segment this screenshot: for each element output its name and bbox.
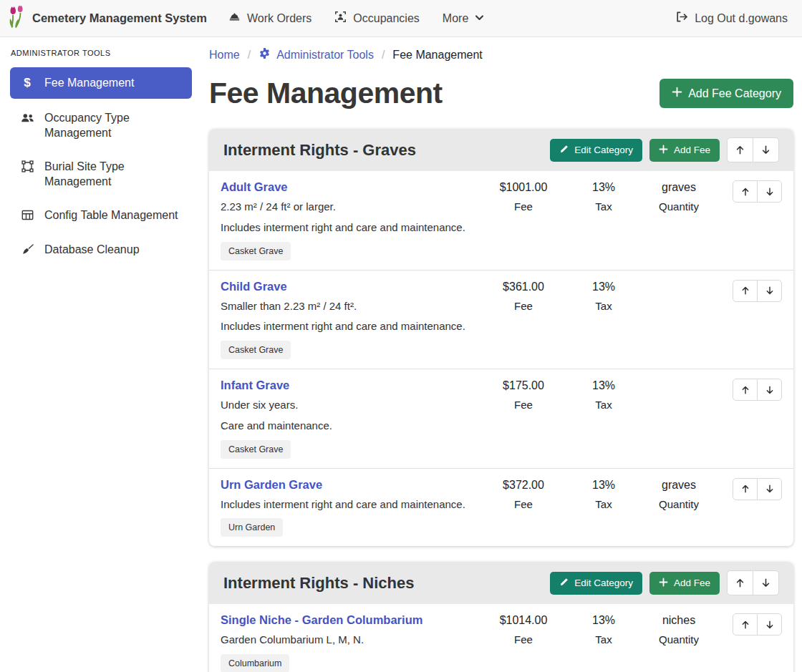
move-category-up-button[interactable]: [727, 570, 753, 595]
fee-tax-column: 13% Tax: [571, 280, 637, 312]
fee-amount-column: $175.00 Fee: [476, 379, 571, 411]
add-fee-button[interactable]: Add Fee: [649, 139, 720, 162]
fee-main: Urn Garden Grave Includes interment righ…: [221, 478, 476, 540]
category-actions: Edit Category Add Fee: [550, 570, 779, 595]
users-icon: [19, 112, 35, 124]
fee-name-link[interactable]: Infant Grave: [221, 379, 472, 392]
fee-name-link[interactable]: Adult Grave: [221, 180, 472, 194]
chevron-down-icon: [475, 12, 484, 25]
move-category-up-button[interactable]: [727, 137, 753, 162]
breadcrumb-admin-tools[interactable]: Administrator Tools: [259, 47, 374, 62]
vector-square-icon: [19, 160, 35, 172]
breadcrumb-separator: /: [382, 49, 385, 62]
fee-type-badge: Casket Grave: [221, 242, 291, 260]
pencil-icon: [559, 145, 569, 156]
nav-more-label: More: [443, 12, 468, 25]
edit-category-label: Edit Category: [574, 578, 633, 588]
page-title: Fee Management: [209, 77, 443, 110]
move-fee-down-button[interactable]: [757, 613, 782, 636]
edit-category-button[interactable]: Edit Category: [550, 139, 642, 162]
main-content: Home / Administrator Tools / Fee Managem…: [200, 37, 802, 672]
fee-quantity-column: graves Quantity: [637, 478, 721, 510]
logout-link[interactable]: Log Out d.gowans: [675, 11, 788, 26]
move-fee-down-button[interactable]: [757, 478, 782, 500]
fee-amount-label: Fee: [476, 200, 571, 213]
breadcrumb-separator: /: [248, 49, 251, 62]
category-title: Interment Rights - Graves: [223, 141, 416, 160]
fee-amount: $361.00: [476, 281, 571, 293]
fee-quantity: niches: [637, 614, 721, 627]
edit-category-label: Edit Category: [574, 145, 633, 155]
fee-tax-label: Tax: [571, 200, 637, 213]
sidebar-item-label: Burial Site Type Management: [44, 160, 183, 189]
fee-tax: 13%: [571, 181, 637, 194]
fee-main: Adult Grave 2.23 m² / 24 ft² or larger. …: [221, 180, 476, 263]
move-fee-down-button[interactable]: [757, 379, 782, 401]
fee-quantity-label: Quantity: [637, 498, 721, 510]
fee-reorder-group: [733, 478, 782, 500]
fee-name-link[interactable]: Urn Garden Grave: [221, 478, 472, 492]
move-category-down-button[interactable]: [753, 570, 779, 595]
app-brand[interactable]: Cemetery Management System: [9, 5, 207, 31]
fee-description: Under six years.: [221, 397, 472, 413]
sidebar-item-database-cleanup[interactable]: Database Cleanup: [10, 235, 192, 264]
fee-tax: 13%: [571, 281, 637, 293]
fee-name-link[interactable]: Child Grave: [221, 280, 472, 293]
sidebar-item-occupancy-type-management[interactable]: Occupancy Type Management: [10, 104, 192, 147]
move-fee-up-button[interactable]: [733, 613, 758, 636]
fee-description: Includes interment right and care and ma…: [221, 318, 472, 334]
move-fee-down-button[interactable]: [757, 180, 782, 203]
fee-description: Smaller than 2.23 m² / 24 ft².: [221, 298, 472, 314]
fee-quantity-label: Quantity: [637, 200, 721, 213]
sidebar-item-fee-management[interactable]: $ Fee Management: [10, 67, 192, 99]
sidebar-item-config-table-management[interactable]: Config Table Management: [10, 201, 192, 230]
fee-main: Infant Grave Under six years. Care and m…: [221, 379, 476, 462]
move-fee-up-button[interactable]: [733, 280, 758, 302]
logout-label: Log Out d.gowans: [695, 12, 788, 25]
pencil-icon: [559, 578, 569, 589]
add-fee-button[interactable]: Add Fee: [649, 572, 720, 595]
fee-amount: $372.00: [476, 479, 571, 492]
fee-amount-column: $372.00 Fee: [476, 478, 571, 510]
fee-amount-column: $1014.00 Fee: [476, 613, 571, 646]
breadcrumb-home[interactable]: Home: [209, 49, 240, 62]
nav-more[interactable]: More: [443, 12, 484, 25]
fee-row-urn-garden-grave: Urn Garden Grave Includes interment righ…: [209, 469, 793, 547]
move-fee-up-button[interactable]: [733, 180, 758, 203]
move-category-down-button[interactable]: [753, 137, 779, 162]
category-actions: Edit Category Add Fee: [550, 137, 779, 162]
fee-reorder-group: [733, 379, 782, 401]
sidebar-item-burial-site-type-management[interactable]: Burial Site Type Management: [10, 152, 192, 196]
breadcrumb: Home / Administrator Tools / Fee Managem…: [209, 47, 793, 62]
fee-row-child-grave: Child Grave Smaller than 2.23 m² / 24 ft…: [209, 271, 793, 370]
gear-icon: [259, 47, 271, 62]
breadcrumb-current: Fee Management: [392, 49, 482, 62]
fee-amount-label: Fee: [476, 300, 571, 312]
plus-icon: [659, 145, 668, 156]
fee-main: Single Niche - Garden Columbarium Garden…: [221, 613, 476, 672]
broom-icon: [19, 243, 35, 255]
category-header: Interment Rights - Niches Edit Category …: [209, 562, 793, 604]
fee-tax-label: Tax: [571, 300, 637, 312]
fee-tax: 13%: [571, 479, 637, 492]
move-fee-up-button[interactable]: [733, 379, 758, 401]
fee-type-badge: Casket Grave: [221, 341, 291, 359]
fee-quantity: graves: [637, 479, 721, 492]
move-fee-down-button[interactable]: [757, 280, 782, 302]
fee-name-link[interactable]: Single Niche - Garden Columbarium: [221, 613, 472, 627]
fee-type-badge: Casket Grave: [221, 440, 291, 459]
sidebar-item-label: Fee Management: [44, 76, 134, 90]
sidebar-item-label: Occupancy Type Management: [44, 111, 183, 140]
nav-occupancies[interactable]: Occupancies: [334, 11, 420, 26]
nav-work-orders-label: Work Orders: [247, 12, 311, 25]
nav-work-orders[interactable]: Work Orders: [228, 11, 311, 26]
logout-icon: [675, 11, 687, 26]
fee-description: 2.23 m² / 24 ft² or larger.: [221, 199, 472, 215]
move-fee-up-button[interactable]: [733, 478, 758, 500]
fee-amount-label: Fee: [476, 399, 571, 411]
edit-category-button[interactable]: Edit Category: [550, 572, 642, 595]
breadcrumb-admin-tools-label: Administrator Tools: [276, 49, 374, 62]
fee-tax-label: Tax: [571, 633, 637, 646]
add-fee-category-button[interactable]: Add Fee Category: [660, 79, 793, 108]
tulip-logo-icon: [9, 5, 26, 31]
